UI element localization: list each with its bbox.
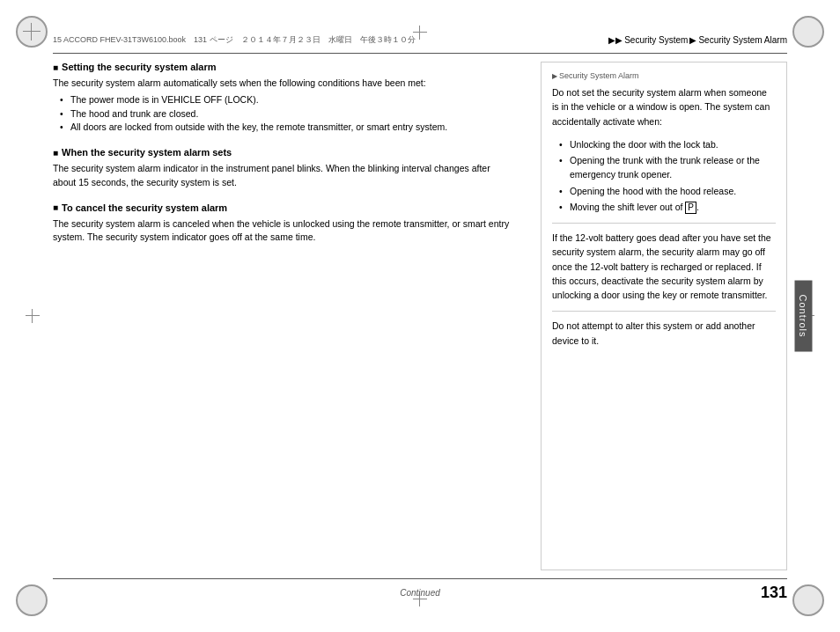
- section-cancel-alarm: To cancel the security system alarm The …: [53, 202, 510, 246]
- file-info: 15 ACCORD FHEV-31T3W6100.book 131 ページ ２０…: [53, 34, 416, 46]
- mid-crosshair-left: [24, 307, 41, 325]
- section3-body: The security system alarm is canceled wh…: [53, 217, 510, 246]
- section1-bullets: The power mode is in VEHICLE OFF (LOCK).…: [53, 93, 510, 135]
- list-item: All doors are locked from outside with t…: [60, 121, 510, 135]
- footer: Continued 131: [53, 579, 787, 606]
- list-item: Opening the hood with the hood release.: [559, 184, 776, 198]
- list-item: Unlocking the door with the lock tab.: [559, 137, 776, 151]
- right-para1: Do not set the security system alarm whe…: [552, 85, 776, 129]
- note-label: Security System Alarm: [552, 71, 776, 80]
- corner-decoration-tr: [792, 16, 824, 48]
- section2-body: The security system alarm indicator in t…: [53, 162, 510, 190]
- right-para3: Do not attempt to alter this system or a…: [552, 319, 776, 348]
- controls-tab: Controls: [795, 281, 813, 352]
- breadcrumb-part2: Security System Alarm: [698, 35, 787, 45]
- section1-intro: The security system alarm automatically …: [53, 77, 510, 135]
- breadcrumb: ▶▶ Security System ▶ Security System Ala…: [608, 35, 787, 45]
- right-para2: If the 12-volt battery goes dead after y…: [552, 231, 776, 302]
- breadcrumb-part1: Security System: [624, 35, 688, 45]
- right-divider2: [552, 311, 776, 312]
- header: 15 ACCORD FHEV-31T3W6100.book 131 ページ ２０…: [53, 26, 787, 53]
- list-item: The hood and trunk are closed.: [60, 107, 510, 121]
- list-item: Moving the shift lever out of P.: [559, 200, 776, 214]
- corner-decoration-bl: [16, 584, 48, 616]
- corner-decoration-br: [792, 584, 824, 616]
- right-column: Controls Security System Alarm Do not se…: [541, 62, 787, 570]
- left-column: Setting the security system alarm The se…: [53, 62, 523, 570]
- list-item: Opening the trunk with the trunk release…: [559, 153, 776, 182]
- top-border-line: [53, 53, 787, 54]
- continued-label: Continued: [400, 588, 440, 598]
- corner-decoration-tl: [16, 16, 48, 48]
- breadcrumb-arrow1: ▶▶: [608, 35, 623, 45]
- breadcrumb-arrow2: ▶: [689, 35, 696, 45]
- page-number: 131: [761, 584, 787, 602]
- right-divider: [552, 223, 776, 224]
- shift-p-indicator: P: [685, 202, 696, 214]
- list-item: The power mode is in VEHICLE OFF (LOCK).: [60, 93, 510, 107]
- right-bullets1: Unlocking the door with the lock tab. Op…: [552, 137, 776, 214]
- section-setting-alarm: Setting the security system alarm The se…: [53, 62, 510, 135]
- section1-heading: Setting the security system alarm: [53, 62, 510, 72]
- section-when-alarm-sets: When the security system alarm sets The …: [53, 147, 510, 190]
- section3-heading: To cancel the security system alarm: [53, 202, 510, 213]
- main-content: Setting the security system alarm The se…: [53, 62, 787, 570]
- section2-heading: When the security system alarm sets: [53, 147, 510, 158]
